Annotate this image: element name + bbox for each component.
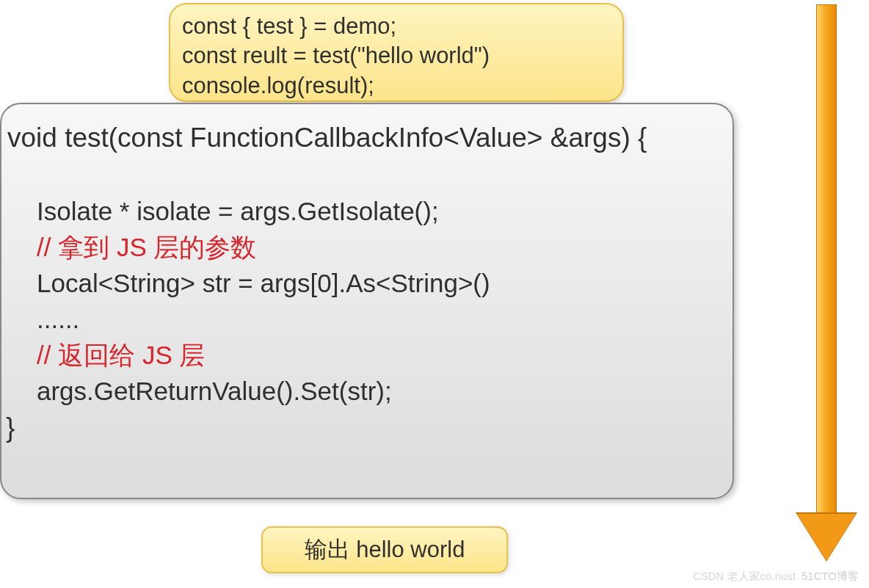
arrow-stem — [816, 4, 837, 515]
arrow-head-icon — [797, 514, 856, 561]
flow-arrow — [797, 4, 856, 562]
cpp-closing-brace: } — [6, 409, 718, 447]
js-line-1: const { test } = demo; — [182, 12, 611, 41]
cpp-line-isolate: Isolate * isolate = args.GetIsolate(); — [37, 193, 718, 229]
cpp-comment-return: // 返回给 JS 层 — [37, 337, 718, 373]
output-label: 输出 hello world — [305, 534, 465, 565]
watermark-csdn: CSDN 老人家co.nust — [693, 570, 796, 584]
cpp-comment-get-args: // 拿到 JS 层的参数 — [37, 229, 718, 265]
js-line-3: console.log(result); — [182, 71, 611, 101]
output-box: 输出 hello world — [261, 526, 508, 573]
cpp-blank — [16, 157, 718, 193]
watermark-51cto: 51CTO博客 — [801, 570, 859, 584]
cpp-line-localstring: Local<String> str = args[0].As<String>() — [37, 265, 718, 301]
js-code-box: const { test } = demo; const reult = tes… — [169, 3, 624, 102]
cpp-dots: ...... — [37, 301, 718, 337]
cpp-signature: void test(const FunctionCallbackInfo<Val… — [7, 119, 718, 157]
cpp-line-return: args.GetReturnValue().Set(str); — [37, 373, 718, 409]
js-line-2: const reult = test("hello world") — [182, 41, 611, 70]
cpp-code-box: void test(const FunctionCallbackInfo<Val… — [0, 103, 734, 499]
